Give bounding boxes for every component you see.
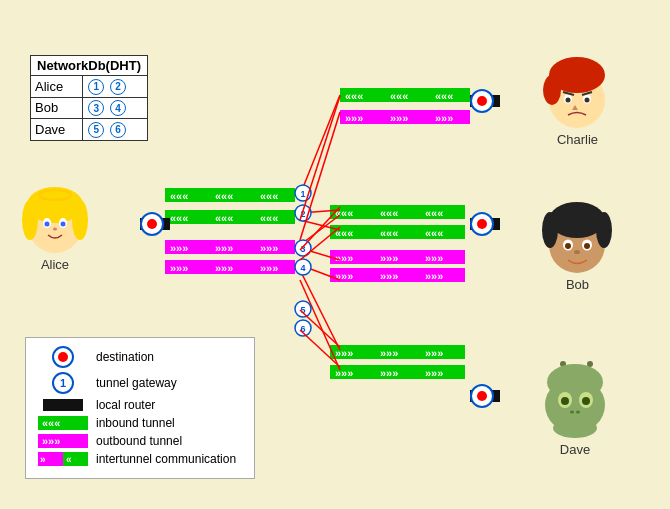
svg-text:«««: ««« bbox=[335, 227, 353, 239]
svg-text:»»»: »»» bbox=[335, 252, 353, 264]
legend-inbound-label: inbound tunnel bbox=[96, 416, 175, 430]
svg-text:»»»: »»» bbox=[260, 262, 278, 274]
dave-avatar bbox=[535, 360, 615, 440]
dave-num-5: 5 bbox=[88, 122, 104, 138]
svg-rect-48 bbox=[140, 218, 170, 230]
dave-label: Dave bbox=[560, 442, 590, 457]
legend-destination-icon bbox=[38, 346, 88, 368]
svg-text:«««: ««« bbox=[42, 417, 60, 429]
svg-text:»»»: »»» bbox=[335, 347, 353, 359]
svg-point-123 bbox=[547, 364, 603, 400]
svg-point-101 bbox=[566, 98, 571, 103]
svg-text:4: 4 bbox=[300, 263, 305, 273]
svg-text:»: » bbox=[40, 454, 46, 465]
svg-rect-44 bbox=[330, 365, 465, 379]
legend-tunnel-gateway-label: tunnel gateway bbox=[96, 376, 177, 390]
svg-line-64 bbox=[300, 248, 340, 260]
svg-point-129 bbox=[576, 411, 580, 414]
svg-text:»»»: »»» bbox=[335, 367, 353, 379]
svg-rect-36 bbox=[330, 268, 465, 282]
svg-text:«««: ««« bbox=[170, 212, 188, 224]
svg-text:5: 5 bbox=[300, 305, 305, 315]
svg-text:»»»: »»» bbox=[390, 112, 408, 124]
svg-text:«««: ««« bbox=[380, 227, 398, 239]
bob-num-4: 4 bbox=[110, 100, 126, 116]
svg-point-89 bbox=[72, 200, 88, 240]
svg-text:«««: ««« bbox=[380, 207, 398, 219]
svg-text:6: 6 bbox=[300, 324, 305, 334]
svg-point-132 bbox=[58, 352, 68, 362]
svg-rect-4 bbox=[340, 110, 470, 124]
legend-destination-label: destination bbox=[96, 350, 154, 364]
svg-point-115 bbox=[565, 243, 571, 249]
svg-point-93 bbox=[61, 222, 66, 227]
svg-text:»»»: »»» bbox=[425, 270, 443, 282]
dave-character: Dave bbox=[535, 360, 615, 457]
svg-text:«««: ««« bbox=[425, 207, 443, 219]
bob-character: Bob bbox=[540, 200, 615, 292]
bob-label: Bob bbox=[566, 277, 589, 292]
svg-point-58 bbox=[471, 385, 493, 407]
svg-rect-40 bbox=[330, 345, 465, 359]
legend-local-router-label: local router bbox=[96, 398, 155, 412]
charlie-character: Charlie bbox=[540, 55, 615, 147]
svg-point-98 bbox=[543, 75, 561, 105]
svg-point-127 bbox=[582, 397, 590, 405]
svg-text:«««: ««« bbox=[215, 212, 233, 224]
alice-row-vals: 1 2 bbox=[83, 76, 148, 98]
svg-line-84 bbox=[300, 310, 340, 347]
svg-text:1: 1 bbox=[60, 377, 66, 389]
svg-text:»»»: »»» bbox=[170, 242, 188, 254]
svg-rect-50 bbox=[470, 218, 500, 230]
svg-line-83 bbox=[300, 227, 340, 260]
alice-character: Alice bbox=[20, 185, 90, 272]
svg-rect-49 bbox=[470, 95, 500, 107]
svg-point-57 bbox=[477, 219, 487, 229]
bob-num-3: 3 bbox=[88, 100, 104, 116]
svg-point-59 bbox=[477, 391, 487, 401]
svg-line-85 bbox=[300, 330, 340, 367]
svg-point-70 bbox=[295, 205, 311, 221]
legend-tunnel-gateway: 1 tunnel gateway bbox=[38, 372, 242, 394]
dave-num-6: 6 bbox=[110, 122, 126, 138]
svg-point-126 bbox=[561, 397, 569, 405]
legend-tunnel-gateway-icon: 1 bbox=[38, 372, 88, 394]
svg-line-65 bbox=[300, 265, 340, 280]
network-db-table: NetworkDb(DHT) Alice 1 2 Bob 3 4 Dave 5 … bbox=[30, 55, 148, 141]
alice-num-1: 1 bbox=[88, 79, 104, 95]
legend-inbound-icon: ««« bbox=[38, 416, 88, 430]
svg-text:»»»: »»» bbox=[380, 347, 398, 359]
legend-intertunnel-label: intertunnel communication bbox=[96, 452, 236, 466]
svg-point-110 bbox=[563, 203, 577, 217]
svg-text:»»»: »»» bbox=[425, 347, 443, 359]
svg-point-116 bbox=[584, 243, 590, 249]
svg-point-54 bbox=[471, 90, 493, 112]
svg-point-102 bbox=[585, 98, 590, 103]
svg-rect-28 bbox=[165, 260, 295, 274]
svg-point-94 bbox=[53, 228, 57, 231]
svg-point-53 bbox=[147, 219, 157, 229]
table-header: NetworkDb(DHT) bbox=[31, 56, 148, 76]
legend-box: destination 1 tunnel gateway local route… bbox=[25, 337, 255, 479]
svg-point-76 bbox=[295, 301, 311, 317]
svg-point-78 bbox=[295, 320, 311, 336]
svg-text:«««: ««« bbox=[260, 212, 278, 224]
svg-text:»»»: »»» bbox=[215, 242, 233, 254]
charlie-avatar bbox=[540, 55, 615, 130]
svg-line-60 bbox=[300, 95, 340, 195]
svg-line-81 bbox=[300, 112, 340, 240]
svg-text:«««: ««« bbox=[435, 90, 453, 102]
svg-rect-12 bbox=[165, 210, 295, 224]
legend-inbound: ««« inbound tunnel bbox=[38, 416, 242, 430]
alice-num-2: 2 bbox=[110, 79, 126, 95]
svg-point-56 bbox=[471, 213, 493, 235]
svg-point-128 bbox=[570, 411, 574, 414]
svg-text:»»»: »»» bbox=[425, 252, 443, 264]
svg-line-82 bbox=[300, 207, 340, 250]
svg-text:»»»: »»» bbox=[345, 112, 363, 124]
legend-outbound: »»» outbound tunnel bbox=[38, 434, 242, 448]
legend-outbound-label: outbound tunnel bbox=[96, 434, 182, 448]
svg-point-72 bbox=[295, 240, 311, 256]
svg-point-88 bbox=[22, 200, 38, 240]
legend-local-router: local router bbox=[38, 398, 242, 412]
